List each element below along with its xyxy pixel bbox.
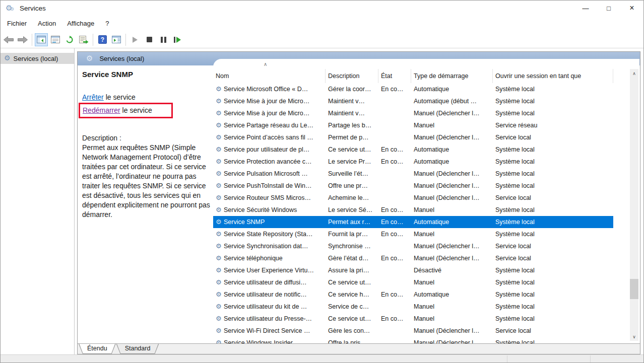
scroll-up-icon[interactable]: ∧ <box>630 69 638 78</box>
service-row[interactable]: ⚙ Service Synchronisation dat… Synchroni… <box>213 240 613 252</box>
description-label: Description : <box>82 133 213 143</box>
services-app-icon: ⚙⚙ <box>6 4 18 13</box>
service-row[interactable]: ⚙ Service Wi-Fi Direct Service … Gère le… <box>213 325 613 337</box>
list-header: Nom Description État Type de démarrage O… <box>213 69 633 83</box>
stop-icon <box>147 37 152 42</box>
gear-icon: ⚙ <box>216 315 222 322</box>
column-header-nom[interactable]: Nom <box>213 69 326 83</box>
window-title: Services <box>20 5 46 12</box>
service-row[interactable]: ⚙ Service Pulsation Microsoft … Surveill… <box>213 168 613 180</box>
service-row[interactable]: ⚙ Service Routeur SMS Micros… Achemine l… <box>213 192 613 204</box>
toolbar: ? <box>1 31 643 48</box>
gear-icon: ⚙ <box>216 218 222 226</box>
service-row[interactable]: ⚙ Service Microsoft Office « D… Gérer la… <box>213 83 613 95</box>
start-service-button[interactable] <box>128 33 142 46</box>
selected-service-title: Service SNMP <box>82 70 213 79</box>
banner-title: Services (local) <box>99 55 144 62</box>
gear-icon: ⚙ <box>216 146 222 153</box>
play-icon <box>133 37 138 43</box>
restart-service-button[interactable] <box>171 33 184 46</box>
gear-icon: ⚙ <box>216 97 222 105</box>
service-row[interactable]: ⚙ Service utilisateur du kit de … Servic… <box>213 301 613 313</box>
back-arrow-icon <box>3 36 14 44</box>
back-button[interactable] <box>2 33 15 46</box>
service-row[interactable]: ⚙ Service SNMP Permet aux r… En co… Auto… <box>213 216 613 228</box>
scroll-down-icon[interactable]: ∨ <box>630 332 638 341</box>
service-row[interactable]: ⚙ Service téléphonique Gère l’état d… En… <box>213 252 613 264</box>
export-list-button[interactable] <box>77 33 90 46</box>
close-button[interactable]: × <box>620 1 643 16</box>
tab-standard[interactable]: Standard <box>116 344 159 354</box>
service-row[interactable]: ⚙ Service Protection avancée c… Le servi… <box>213 156 613 168</box>
toolbar-separator <box>32 34 32 46</box>
tree-item-label: Services (local) <box>14 55 58 62</box>
vertical-scrollbar[interactable]: ∧ ∨ <box>630 69 638 341</box>
gear-icon: ⚙ <box>216 303 222 310</box>
refresh-icon <box>65 36 74 44</box>
view-tabs-bar: Étendu Standard <box>78 343 640 354</box>
tree-item-services-local[interactable]: ⚙ Services (local) <box>1 53 74 64</box>
column-header-etat[interactable]: État <box>378 69 411 83</box>
refresh-button[interactable] <box>63 33 76 46</box>
tab-etendu[interactable]: Étendu <box>79 344 116 354</box>
service-row[interactable]: ⚙ Service Partage réseau du Le… Partage … <box>213 119 613 131</box>
menu-help[interactable]: ? <box>100 17 114 30</box>
service-list-pane: ∧ Nom Description État Type de démarrage… <box>213 59 639 343</box>
help-button[interactable]: ? <box>96 33 109 46</box>
console-tree-panel: ⚙ Services (local) <box>1 48 75 354</box>
minimize-button[interactable]: — <box>574 1 597 16</box>
toolbar-separator <box>93 34 93 46</box>
gear-icon: ⚙ <box>216 133 222 141</box>
gear-icon: ⚙ <box>216 121 222 129</box>
column-header-description[interactable]: Description <box>326 69 378 83</box>
service-row[interactable]: ⚙ Service utilisateur du Presse-… Ce ser… <box>213 313 613 325</box>
properties-button[interactable] <box>49 33 62 46</box>
restart-service-link[interactable]: Redémarrer <box>83 106 120 114</box>
column-header-ouvrir-session[interactable]: Ouvrir une session en tant que <box>493 69 613 83</box>
help-icon: ? <box>98 35 107 44</box>
stop-service-suffix: le service <box>104 93 136 101</box>
gear-icon: ⚙ <box>216 242 222 250</box>
service-row[interactable]: ⚙ Service Mise à jour de Micro… Maintien… <box>213 107 613 119</box>
pause-service-button[interactable] <box>157 33 170 46</box>
gear-icon: ⚙ <box>216 339 222 344</box>
restart-service-suffix: le service <box>120 106 152 114</box>
pause-icon <box>161 37 166 43</box>
menu-bar: Fichier Action Affichage ? <box>1 16 643 31</box>
service-row[interactable]: ⚙ Service pour utilisateur de pl… Ce ser… <box>213 143 613 156</box>
export-list-icon <box>79 36 89 44</box>
column-header-type-demarrage[interactable]: Type de démarrage <box>411 69 493 83</box>
service-row[interactable]: ⚙ Service User Experience Virtu… Assure … <box>213 264 613 276</box>
maximize-button[interactable]: □ <box>597 1 620 16</box>
stop-service-button[interactable] <box>143 33 156 46</box>
gear-icon: ⚙ <box>216 230 222 238</box>
gear-icon: ⚙ <box>86 54 93 63</box>
show-console-tree-button[interactable] <box>35 33 48 46</box>
annotation-red-box: Redémarrer le service <box>79 103 173 118</box>
services-window: ⚙⚙ Services — □ × Fichier Action Afficha… <box>0 0 644 363</box>
tab-etendu-label: Étendu <box>79 344 116 353</box>
show-action-pane-button[interactable] <box>110 33 123 46</box>
bottom-strip <box>1 354 643 362</box>
service-row[interactable]: ⚙ Service PushToInstall de Win… Offre un… <box>213 180 613 192</box>
service-row[interactable]: ⚙ Service Sécurité Windows Le service Sé… <box>213 204 613 216</box>
gear-icon: ⚙ <box>216 194 222 201</box>
service-row[interactable]: ⚙ Service Point d’accès sans fil … Perme… <box>213 131 613 143</box>
service-row[interactable]: ⚙ Service State Repository (Sta… Fournit… <box>213 228 613 240</box>
menu-action[interactable]: Action <box>32 17 61 30</box>
forward-button[interactable] <box>16 33 29 46</box>
sort-ascending-icon: ∧ <box>264 61 267 67</box>
menu-affichage[interactable]: Affichage <box>61 17 100 30</box>
stop-service-link[interactable]: Arrêter <box>82 93 104 101</box>
service-row[interactable]: ⚙ Service utilisateur de diffusi… Ce ser… <box>213 276 613 288</box>
menu-fichier[interactable]: Fichier <box>2 17 32 30</box>
gear-icon: ⚙ <box>216 170 222 177</box>
gear-icon: ⚙ <box>216 266 222 274</box>
service-row[interactable]: ⚙ Service Windows Insider Offre la pris…… <box>213 337 613 343</box>
service-rows: ⚙ Service Microsoft Office « D… Gérer la… <box>213 83 631 343</box>
strip-divider <box>590 355 591 362</box>
scrollbar-thumb[interactable] <box>630 279 638 299</box>
gear-icon: ⚙ <box>216 278 222 286</box>
service-row[interactable]: ⚙ Service utilisateur de notific… Ce ser… <box>213 288 613 301</box>
service-row[interactable]: ⚙ Service Mise à jour de Micro… Maintien… <box>213 95 613 107</box>
